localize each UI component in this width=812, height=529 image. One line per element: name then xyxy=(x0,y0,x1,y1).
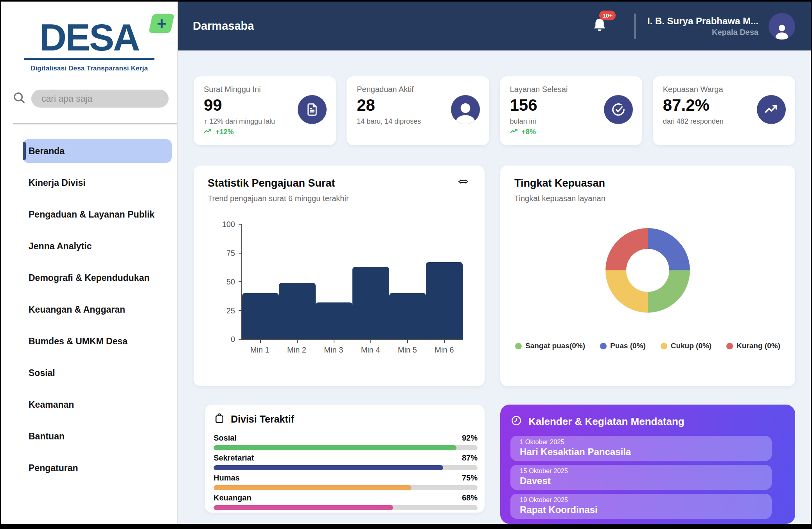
search-input[interactable] xyxy=(31,90,169,108)
x-axis-tick xyxy=(297,339,298,343)
stat-trend-value: +12% xyxy=(216,128,234,136)
division-label: Sosial xyxy=(214,434,237,443)
sidebar-item-label: Bantuan xyxy=(29,431,65,442)
x-axis-tick xyxy=(407,339,408,343)
division-progress-fill xyxy=(214,445,456,450)
chart-title: Statistik Pengajuan Surat xyxy=(208,177,471,189)
legend-item: Kurang (0%) xyxy=(726,342,780,350)
sidebar-item-label: Jenna Analytic xyxy=(29,241,92,252)
sidebar-item-demografi-kependudukan[interactable]: Demografi & Kependudukan xyxy=(23,266,172,290)
sidebar-item-jenna-analytic[interactable]: Jenna Analytic xyxy=(23,234,172,258)
division-percent: 75% xyxy=(462,473,478,482)
y-axis-tick xyxy=(239,224,242,225)
stat-label: Surat Minggu Ini xyxy=(204,85,326,94)
stat-card: Surat Minggu Ini99↑ 12% dari minggu lalu… xyxy=(194,76,336,145)
clock-icon xyxy=(510,415,522,428)
sidebar-item-keuangan-anggaran[interactable]: Keuangan & Anggaran xyxy=(23,298,172,321)
y-axis-label: 25 xyxy=(226,306,235,315)
person-icon xyxy=(451,95,480,124)
calendar-event-date: 1 Oktober 2025 xyxy=(520,438,762,446)
bar-min-5 xyxy=(389,293,426,339)
stat-trend-value: +8% xyxy=(522,128,536,136)
y-axis-tick xyxy=(239,253,242,254)
bar-min-4 xyxy=(352,267,389,339)
division-row-header: Sekretariat87% xyxy=(214,453,478,462)
sidebar-item-bumdes-umkm-desa[interactable]: Bumdes & UMKM Desa xyxy=(23,329,172,353)
divisions-rows: Sosial92%Sekretariat87%Humas75%Keuangan6… xyxy=(214,434,478,510)
calendar-events: 1 Oktober 2025Hari Kesaktian Pancasila15… xyxy=(510,436,772,519)
calendar-event: 1 Oktober 2025Hari Kesaktian Pancasila xyxy=(510,436,772,461)
calendar-event-date: 19 Oktober 2025 xyxy=(520,496,762,504)
main-area: Darmasaba 10+ I. B. Surya Prabhawa M... … xyxy=(178,2,811,524)
division-progress-track xyxy=(214,445,478,450)
resize-horizontal-icon[interactable]: ⇔ xyxy=(455,172,471,188)
app-window: DESA + Digitalisasi Desa Transparansi Ke… xyxy=(1,2,811,524)
x-axis-label: Min 4 xyxy=(352,345,389,354)
trending-up-icon xyxy=(757,95,786,124)
legend-label: Puas (0%) xyxy=(610,342,646,350)
search-row xyxy=(12,90,169,108)
user-role: Kepala Desa xyxy=(647,28,758,37)
dashboard-content: Surat Minggu Ini99↑ 12% dari minggu lalu… xyxy=(178,50,811,524)
calendar-event-name: Hari Kesaktian Pancasila xyxy=(520,446,762,457)
donut-chart xyxy=(605,228,690,313)
bar-min-6 xyxy=(426,262,463,339)
divisions-title: Divisi Teraktif xyxy=(231,414,294,425)
sidebar-item-keamanan[interactable]: Keamanan xyxy=(23,393,172,416)
sidebar: DESA + Digitalisasi Desa Transparansi Ke… xyxy=(1,2,178,524)
bell-icon xyxy=(591,29,608,35)
sidebar-item-sosial[interactable]: Sosial xyxy=(23,361,172,385)
bar-min-3 xyxy=(316,302,352,339)
calendar-event-name: Davest xyxy=(520,475,762,486)
stat-card: Kepuasan Warga87.2%dari 482 responden xyxy=(653,76,795,145)
legend-dot xyxy=(515,343,522,349)
stat-card: Layanan Selesai156bulan ini+8% xyxy=(500,76,642,145)
division-progress-track xyxy=(214,465,478,470)
sidebar-item-pengaturan[interactable]: Pengaturan xyxy=(23,456,172,480)
y-axis-label: 0 xyxy=(231,335,235,344)
sidebar-item-label: Sosial xyxy=(29,368,55,378)
brand-plus-icon: + xyxy=(149,14,174,33)
trend-up-icon xyxy=(204,128,212,136)
calendar-event: 15 Oktober 2025Davest xyxy=(510,465,772,490)
division-progress-fill xyxy=(214,465,443,470)
y-axis-label: 50 xyxy=(226,277,235,286)
stat-card: Pengaduan Aktif2814 baru, 14 diproses xyxy=(347,76,489,145)
sidebar-item-pengaduan-layanan-publik[interactable]: Pengaduan & Layanan Publik xyxy=(23,203,172,226)
sidebar-item-label: Kinerja Divisi xyxy=(29,178,86,188)
sidebar-item-beranda[interactable]: Beranda xyxy=(23,139,172,163)
sidebar-item-bantuan[interactable]: Bantuan xyxy=(23,425,172,448)
user-menu[interactable]: I. B. Surya Prabhawa M... Kepala Desa xyxy=(647,16,758,37)
x-axis-tick xyxy=(370,339,371,343)
calendar-event-name: Rapat Koordinasi xyxy=(520,504,762,515)
division-percent: 87% xyxy=(462,453,478,462)
sidebar-item-label: Pengaturan xyxy=(29,463,78,473)
avatar[interactable] xyxy=(769,13,795,40)
division-row: Sekretariat87% xyxy=(214,453,478,470)
notification-bell[interactable]: 10+ xyxy=(591,17,608,36)
division-progress-track xyxy=(214,505,478,510)
donut-subtitle: Tingkat kepuasan layanan xyxy=(514,194,781,203)
x-axis-label: Min 1 xyxy=(241,345,278,354)
x-axis-label: Min 6 xyxy=(426,345,463,354)
x-axis-label: Min 3 xyxy=(315,345,352,354)
legend-label: Kurang (0%) xyxy=(737,342,780,350)
bar-chart-plot: 0255075100 xyxy=(241,224,463,340)
x-axis-label: Min 2 xyxy=(278,345,315,354)
division-percent: 68% xyxy=(462,493,478,502)
page-title: Darmasaba xyxy=(193,20,254,32)
legend-dot xyxy=(600,343,607,349)
top-header: Darmasaba 10+ I. B. Surya Prabhawa M... … xyxy=(178,2,811,50)
calendar-event: 19 Oktober 2025Rapat Koordinasi xyxy=(510,494,772,519)
sidebar-item-label: Bumdes & UMKM Desa xyxy=(29,336,128,347)
sidebar-item-kinerja-divisi[interactable]: Kinerja Divisi xyxy=(23,171,172,194)
y-axis-tick xyxy=(239,339,242,340)
search-icon xyxy=(12,91,26,106)
user-name: I. B. Surya Prabhawa M... xyxy=(647,16,758,27)
calendar-card: Kalender & Kegiatan Mendatang 1 Oktober … xyxy=(500,405,795,524)
bar-min-1 xyxy=(242,293,279,339)
legend-item: Sangat puas(0%) xyxy=(515,342,585,350)
stat-label: Kepuasan Warga xyxy=(663,85,785,94)
stat-trend: +12% xyxy=(204,128,326,136)
stats-row: Surat Minggu Ini99↑ 12% dari minggu lalu… xyxy=(194,76,795,145)
